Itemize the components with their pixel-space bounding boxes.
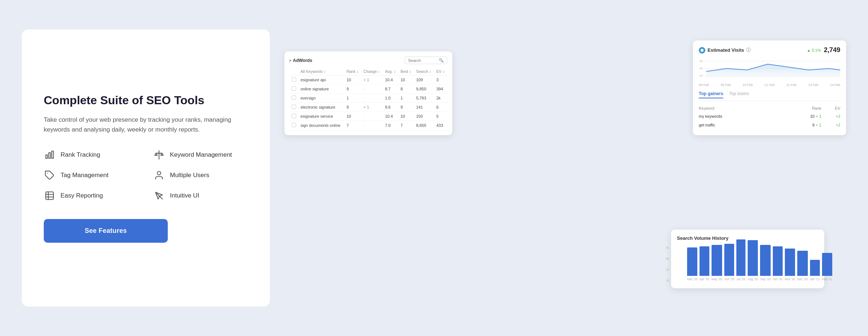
row-checkbox[interactable] (290, 85, 298, 94)
row-checkbox[interactable] (290, 94, 298, 103)
bar-label: Apr '20 (700, 277, 709, 281)
row-avg: 10.4 (383, 112, 399, 121)
bar (822, 253, 832, 276)
feature-easy-reporting: Easy Reporting (44, 190, 139, 202)
bar-column: Sep '20 (760, 245, 771, 281)
feature-multiple-users: Multiple Users (153, 169, 248, 181)
bar-label: Aug '20 (748, 277, 758, 281)
table-header-best: Best ↕ (398, 68, 414, 75)
visits-total: 2,749 (824, 46, 840, 54)
left-card: Complete Suite of SEO Tools Take control… (22, 30, 270, 306)
row-change: + 1 (361, 103, 383, 112)
tab-top-losers[interactable]: Top losers (729, 91, 749, 98)
table-row: eversign 1 · 1.0 1 5,783 2k (290, 94, 447, 103)
bar-column: Aug '20 (748, 240, 758, 281)
bar-label: Feb '21 (822, 277, 832, 281)
svg-text:3k: 3k (700, 67, 703, 70)
table-header-change: Change ↕ (361, 68, 383, 75)
row-avg: 8.7 (383, 85, 399, 94)
row-change: + 1 (361, 75, 383, 85)
row-checkbox[interactable] (290, 112, 298, 121)
table-row: my keywords 10 + 1 +2 (699, 112, 840, 121)
bar (797, 251, 808, 276)
bar-label: Jul '20 (736, 277, 745, 281)
gainer-keyword: my keywords (699, 112, 782, 121)
date-label: 08 Feb (699, 83, 709, 87)
bar (810, 260, 820, 276)
row-ev: 2k (434, 94, 447, 103)
row-best: 8 (398, 85, 414, 94)
gainer-rank: 10 + 1 (782, 112, 821, 121)
search-icon: 🔍 (439, 58, 444, 63)
table-row: electronic signature 9 + 1 9.6 9 141 6 (290, 103, 447, 112)
row-rank: 10 (344, 112, 361, 121)
row-best: 9 (398, 103, 414, 112)
bar-label: Jan '21 (810, 277, 820, 281)
adwords-search-input[interactable] (408, 58, 437, 63)
adwords-header: AdWords 🔍 (290, 56, 447, 64)
row-rank: 9 (344, 103, 361, 112)
row-best: 10 (398, 112, 414, 121)
table-row: esignature service 10 · 10.4 10 150 5 (290, 112, 447, 121)
bar-label: Sep '20 (760, 277, 771, 281)
row-search: 141 (414, 103, 434, 112)
svg-text:2k: 2k (700, 74, 703, 77)
bar-column: Mar '20 (687, 247, 697, 281)
bar-column: May '20 (712, 245, 722, 281)
rank-tracking-label: Rank Tracking (61, 151, 100, 159)
tab-top-gainers[interactable]: Top gainers (699, 91, 723, 98)
table-header-keyword: All Keywords ↕ (298, 68, 344, 75)
see-features-button[interactable]: See Features (44, 219, 168, 243)
gainers-header-keyword: Keyword (699, 105, 782, 112)
table-row: get traffic 9 + 1 +2 (699, 121, 840, 129)
intuitive-ui-label: Intuitive UI (170, 192, 199, 199)
row-avg: 9.6 (383, 103, 399, 112)
date-label: 10 Feb (743, 83, 753, 87)
bar (700, 246, 709, 276)
gainer-keyword: get traffic (699, 121, 782, 129)
row-best: 10 (398, 75, 414, 85)
row-keyword: eversign (298, 94, 344, 103)
table-header-avg: Avg. ↕ (383, 68, 399, 75)
svg-point-6 (157, 171, 160, 175)
volume-card: Search Volume History 8k 6k 4k 2k Mar '2… (671, 230, 824, 288)
date-label: 14 Feb (830, 83, 840, 87)
bar (687, 247, 697, 276)
row-checkbox[interactable] (290, 75, 298, 85)
bar-column: Apr '20 (700, 246, 709, 281)
svg-text:3k: 3k (700, 59, 703, 63)
bar-column: Dec '20 (797, 251, 808, 281)
gainers-header-ev: EV (821, 105, 840, 112)
bar (773, 246, 783, 276)
easy-reporting-label: Easy Reporting (61, 192, 103, 199)
keywords-table: All Keywords ↕ Rank ↕ Change ↕ Avg. ↕ Be… (290, 68, 447, 130)
row-ev: 6 (434, 103, 447, 112)
gainer-rank: 9 + 1 (782, 121, 821, 129)
table-row: esignature api 10 + 1 10.4 10 109 3 (290, 75, 447, 85)
adwords-search-box[interactable]: 🔍 (405, 56, 447, 64)
page-container: Complete Suite of SEO Tools Take control… (22, 30, 846, 306)
gainers-header-rank: Rank (782, 105, 821, 112)
bar (748, 240, 758, 276)
visits-stats: ▲ 0.1% 2,749 (807, 46, 840, 54)
row-search: 9,850 (414, 85, 434, 94)
row-keyword: online signature (298, 85, 344, 94)
table-row: sign documents online 7 · 7.0 7 8,650 43… (290, 121, 447, 130)
date-label: 09 Feb (721, 83, 731, 87)
visits-header: Estimated Visits ⓘ ▲ 0.1% 2,749 (699, 46, 840, 54)
adwords-card: AdWords 🔍 All Keywords ↕ Rank ↕ Change ↕… (284, 51, 452, 135)
feature-keyword-management: Keyword Management (153, 149, 248, 161)
row-checkbox[interactable] (290, 121, 298, 130)
gainers-table: Keyword Rank EV my keywords 10 + 1 +2 (699, 105, 840, 129)
adwords-title: AdWords (290, 58, 312, 63)
bar (760, 245, 771, 276)
row-rank: 7 (344, 121, 361, 130)
row-ev: 433 (434, 121, 447, 130)
info-icon[interactable]: ⓘ (746, 47, 751, 53)
row-search: 8,650 (414, 121, 434, 130)
row-keyword: esignature api (298, 75, 344, 85)
table-row: online signature 9 · 8.7 8 9,850 394 (290, 85, 447, 94)
row-checkbox[interactable] (290, 103, 298, 112)
bar-label: Oct '20 (773, 277, 783, 281)
bar-column: Jun '20 (724, 244, 734, 281)
